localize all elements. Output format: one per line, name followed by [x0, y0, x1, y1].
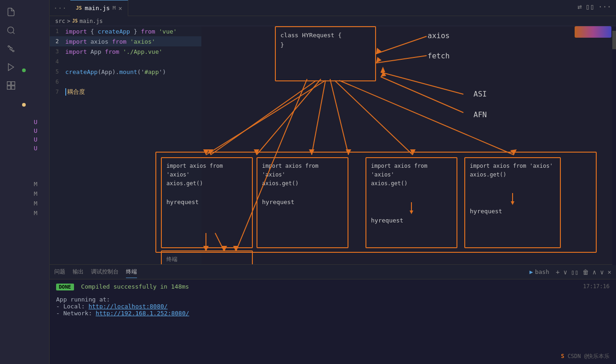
- bottom-line1: 终端: [166, 255, 247, 264]
- sidebar-label-u4: U: [34, 144, 38, 153]
- box1-line1: import axios from 'axios': [166, 162, 247, 179]
- done-badge: DONE: [56, 284, 74, 290]
- box2-line4: hyrequest: [262, 198, 343, 207]
- svg-marker-19: [510, 149, 517, 155]
- svg-point-0: [8, 27, 14, 33]
- box-row2-3: import axios from 'axios' axios.get() hy…: [365, 157, 457, 248]
- svg-marker-15: [309, 149, 314, 155]
- sidebar-label-m1: M: [34, 179, 38, 189]
- terminal-up-icon[interactable]: ∧: [593, 268, 596, 276]
- network-url[interactable]: http://192.168.1.252:8080/: [96, 310, 189, 317]
- sidebar-label-u1: U: [34, 118, 38, 126]
- terminal-content: DONE Compiled successfully in 148ms 17:1…: [50, 279, 616, 320]
- box4-line1: import axios from 'axios': [470, 162, 555, 171]
- terminal-down-icon[interactable]: ∨: [600, 268, 604, 276]
- sidebar-label-u3: U: [34, 135, 38, 144]
- tab-dots-left[interactable]: ···: [50, 4, 70, 12]
- box3-arrow: [371, 202, 452, 216]
- editor-scrollbar[interactable]: [612, 26, 616, 265]
- activity-bar-icon-search[interactable]: [3, 22, 19, 39]
- box3-line1: import axios from 'axios': [371, 162, 452, 179]
- tab-main-js[interactable]: JS main.js M ×: [70, 0, 128, 16]
- svg-point-3: [8, 46, 9, 47]
- box4-line2: axios.get(): [470, 171, 555, 179]
- code-line-2: 2 import axios from 'axios': [50, 36, 201, 46]
- label-asi: ASI: [473, 90, 487, 98]
- svg-line-36: [330, 79, 348, 155]
- tab-modified-indicator: M: [113, 5, 116, 11]
- svg-rect-9: [11, 82, 15, 85]
- box3-line2: axios.get(): [371, 179, 452, 188]
- svg-line-34: [257, 79, 321, 155]
- terminal-trash-icon[interactable]: 🗑: [582, 268, 589, 276]
- svg-line-18: [339, 80, 514, 155]
- editor-scrollbar-thumb[interactable]: [612, 31, 616, 49]
- code-line-6: 6: [50, 77, 201, 87]
- activity-bar-icon-git[interactable]: [3, 40, 19, 57]
- line-num-2: 2: [51, 38, 65, 45]
- terminal-close-icon[interactable]: ×: [608, 268, 611, 276]
- label-axios: axios: [428, 31, 450, 40]
- cursor: [65, 88, 66, 96]
- box3-line4: hyrequest: [371, 216, 452, 226]
- line-num-4: 4: [51, 58, 65, 65]
- more-actions-icon[interactable]: ···: [598, 2, 611, 11]
- box2-line2: axios.get(): [262, 179, 343, 188]
- local-url[interactable]: http://localhost:8080/: [88, 303, 167, 310]
- activity-bar-icon-debug[interactable]: [3, 59, 19, 75]
- terminal-line-done: DONE Compiled successfully in 148ms 17:1…: [56, 283, 610, 290]
- svg-line-6: [11, 50, 12, 51]
- sidebar-label-m2: M: [34, 189, 38, 199]
- sidebar: U U U U M M M M: [22, 0, 50, 364]
- code-line-7: 7 耦合度: [50, 87, 201, 97]
- bash-text: bash: [535, 268, 549, 275]
- svg-marker-39: [410, 210, 413, 214]
- terminal-chevron-icon[interactable]: ∨: [563, 268, 567, 276]
- svg-marker-13: [203, 149, 209, 155]
- activity-bar: [0, 0, 22, 364]
- split-editor-icon[interactable]: ⇄: [577, 2, 582, 11]
- tab-bar: ··· JS main.js M × ⇄ ▯▯ ···: [50, 0, 616, 16]
- svg-line-12: [206, 80, 325, 155]
- activity-bar-icon-extensions[interactable]: [3, 77, 19, 94]
- tab-output[interactable]: 输出: [73, 266, 84, 278]
- tab-problems[interactable]: 问题: [54, 266, 65, 278]
- breadcrumb: src > JS main.js: [50, 16, 616, 26]
- svg-line-1: [13, 32, 15, 34]
- watermark-text: CSDN @快乐本乐: [568, 353, 610, 359]
- tab-close-button[interactable]: ×: [119, 5, 122, 12]
- svg-marker-27: [381, 71, 386, 77]
- timestamp: 17:17:16: [583, 283, 610, 290]
- terminal-line-local: - Local: http://localhost:8080/: [56, 303, 610, 310]
- breadcrumb-js-icon: JS: [72, 18, 78, 23]
- label-fetch: fetch: [428, 51, 450, 60]
- terminal-split-icon[interactable]: ▯▯: [571, 268, 579, 276]
- svg-line-24: [381, 72, 463, 94]
- svg-marker-21: [376, 48, 382, 54]
- code-line-5: 5 createApp (App). mount (' #app '): [50, 67, 201, 77]
- box-hyrequest-content: class HYRequest { }: [276, 27, 375, 54]
- box-row2-4: import axios from 'axios' axios.get() hy…: [464, 157, 561, 248]
- local-label: - Local:: [56, 303, 85, 310]
- box-row2-1: import axios from 'axios' axios.get() hy…: [161, 157, 253, 248]
- svg-line-26: [381, 77, 463, 113]
- svg-marker-35: [254, 149, 259, 155]
- layout-icon[interactable]: ▯▯: [586, 2, 594, 11]
- terminal-plus-icon[interactable]: +: [556, 268, 559, 276]
- box1-line4: hyrequest: [166, 198, 247, 207]
- compiled-text: Compiled successfully in 148ms: [81, 283, 189, 290]
- toolbar-right: ⇄ ▯▯ ···: [577, 2, 611, 11]
- sidebar-dot-green: [22, 68, 26, 72]
- tab-debug-console[interactable]: 调试控制台: [91, 266, 119, 278]
- network-label: - Network:: [56, 310, 92, 317]
- code-line-3: 3 import App from './App.vue': [50, 46, 201, 57]
- activity-bar-icon-files[interactable]: [3, 4, 19, 20]
- terminal-panel: 问题 输出 调试控制台 终端 ▶ bash + ∨ ▯▯ 🗑 ∧ ∨ × DON…: [50, 264, 616, 364]
- bash-run-icon: ▶: [530, 268, 533, 275]
- line-num-3: 3: [51, 48, 65, 55]
- svg-point-2: [10, 48, 12, 50]
- tab-terminal[interactable]: 终端: [126, 266, 137, 278]
- svg-line-14: [312, 80, 325, 155]
- box4-arrow: [470, 193, 555, 207]
- box4-line4: hyrequest: [470, 207, 555, 216]
